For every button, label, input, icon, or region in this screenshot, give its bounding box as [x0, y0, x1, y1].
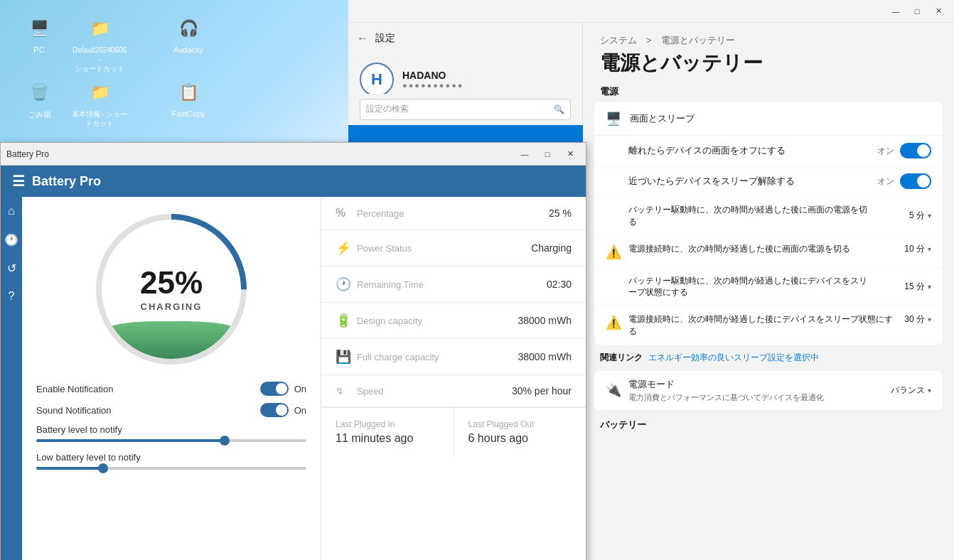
desktop-icon-fastcopy[interactable]: 📋 FastCopy	[164, 78, 213, 118]
settings-app-title: 設定	[375, 32, 395, 45]
battery-sleep-row[interactable]: バッテリー駆動時に、次の時間が経過した後にデバイスをスリープ状態にする 15 分…	[594, 268, 943, 307]
clock-icon: 🕐	[336, 276, 357, 292]
settings-breadcrumb: システム > 電源とバッテリー	[600, 34, 937, 47]
battery-level-slider-thumb[interactable]	[220, 436, 230, 446]
wake-toggle[interactable]	[900, 173, 931, 189]
enable-notification-toggle[interactable]	[260, 382, 289, 396]
back-button[interactable]: ←	[357, 32, 368, 45]
battery-sidebar: ⌂ 🕐 ↺ ? ⚙	[1, 197, 22, 560]
power-screen-off-label: 電源接続時に、次の時間が経過した後に画面の電源を切る	[628, 243, 897, 255]
battery-level-notify-label: Battery level to notify	[36, 424, 306, 435]
battery-level-slider-track[interactable]	[36, 439, 306, 442]
battery-pro-window-title: Battery Pro	[6, 149, 49, 159]
gauge-status-text: CHARGING	[140, 301, 203, 312]
screen-sleep-card: 🖥️ 画面とスリープ 離れたらデバイスの画面をオフにする オン 近づいたらデバイ…	[594, 102, 943, 345]
gauge-inner: 25% CHARGING	[102, 220, 241, 359]
desktop-icon-kihon[interactable]: 📁 基本情報 - ショートカット	[71, 78, 128, 128]
settings-minimize-btn[interactable]: —	[886, 4, 906, 18]
fastcopy-icon: 📋	[174, 78, 203, 107]
stat-design-capacity-value: 38000 mWh	[518, 315, 572, 326]
speed-icon: ↯	[336, 385, 357, 397]
low-battery-slider-thumb[interactable]	[98, 463, 108, 473]
power-mode-card[interactable]: 🔌 電源モード 電力消費とパフォーマンスに基づいてデバイスを最適化 バランス ▾	[594, 371, 943, 410]
last-plugged-in-cell: Last Plugged In 11 minutes ago	[321, 408, 454, 456]
power-status-icon: ⚡	[336, 240, 357, 256]
screen-off-toggle[interactable]	[900, 143, 931, 158]
power-mode-label: 電源モード	[628, 378, 884, 391]
stat-row-full-charge: 💾 Full charge capacity 38000 mWh	[321, 339, 586, 375]
power-mode-icon: 🔌	[606, 382, 621, 398]
related-link-row: 関連リンク エネルギー効率の良いスリープ設定を選択中	[583, 346, 954, 370]
desktop-icon-gomibako[interactable]: 🗑️ ごみ箱	[14, 78, 64, 120]
trash-icon: 🗑️	[25, 78, 53, 107]
chevron-down-icon-6: ▾	[928, 316, 931, 323]
sidebar-help-icon[interactable]: ?	[3, 288, 20, 305]
wake-row[interactable]: 近づいたらデバイスをスリープ解除する オン	[594, 166, 943, 197]
battery-right-panel: % Percentage 25 % ⚡ Power Status Chargin…	[321, 197, 586, 560]
power-screen-off-row[interactable]: ⚠️ 電源接続時に、次の時間が経過した後に画面の電源を切る 10 分 ▾	[594, 236, 943, 268]
last-plug-row: Last Plugged In 11 minutes ago Last Plug…	[321, 407, 586, 456]
settings-titlebar: — □ ✕	[348, 0, 954, 23]
full-charge-icon: 💾	[336, 349, 357, 365]
desktop-icon-kihon-label: 基本情報 - ショートカット	[71, 109, 128, 128]
audacity-icon: 🎧	[174, 14, 203, 43]
battery-gauge: 25% CHARGING	[93, 211, 250, 367]
battery-icon: 🔋	[336, 313, 357, 328]
stat-speed-label: Speed	[357, 386, 512, 397]
desktop-icon-gomibako-label: ごみ箱	[14, 109, 64, 120]
battery-close-btn[interactable]: ✕	[560, 147, 580, 161]
chevron-down-icon-3: ▾	[928, 212, 931, 220]
sidebar-clock-icon[interactable]: 🕐	[3, 231, 20, 248]
stat-row-speed: ↯ Speed 30% per hour	[321, 375, 586, 407]
stat-row-remaining-time: 🕐 Remaining Time 02:30	[321, 266, 586, 303]
stat-power-status-value: Charging	[531, 242, 572, 254]
battery-pro-body: ⌂ 🕐 ↺ ? ⚙ 25%	[1, 197, 586, 560]
settings-close-btn[interactable]: ✕	[928, 4, 948, 18]
battery-level-notify-slider-row: Battery level to notify	[36, 424, 306, 442]
settings-search-input-box[interactable]: 設定の検索 🔍	[360, 99, 571, 120]
enable-notification-value: On	[294, 384, 306, 394]
sidebar-history-icon[interactable]: ↺	[3, 259, 20, 276]
enable-notification-label: Enable Notification	[36, 384, 113, 394]
search-placeholder: 設定の検索	[366, 103, 409, 115]
battery-maximize-btn[interactable]: □	[537, 147, 557, 161]
sound-notification-toggle[interactable]	[260, 403, 289, 417]
last-plugged-in-value: 11 minutes ago	[336, 432, 439, 445]
stat-full-charge-value: 38000 mWh	[518, 351, 572, 362]
battery-pro-header-title: Battery Pro	[32, 174, 101, 189]
power-sleep-row[interactable]: ⚠️ 電源接続時に、次の時間が経過した後にデバイスをスリープ状態にする 30 分…	[594, 306, 943, 345]
warning-icon-2: ⚠️	[606, 315, 621, 330]
desktop-icon-pc[interactable]: 🖥️ PC	[14, 14, 64, 54]
desktop-icon-audacity[interactable]: 🎧 Audacity	[164, 14, 213, 54]
stat-remaining-time-label: Remaining Time	[357, 279, 547, 290]
stat-percentage-label: Percentage	[357, 208, 549, 219]
power-mode-sub: 電力消費とパフォーマンスに基づいてデバイスを最適化	[628, 392, 884, 403]
related-link-label: 関連リンク	[600, 352, 643, 364]
stat-full-charge-label: Full charge capacity	[357, 352, 518, 362]
menu-icon[interactable]: ☰	[12, 173, 25, 190]
monitor-icon: 🖥️	[606, 111, 621, 126]
battery-minimize-btn[interactable]: —	[515, 147, 535, 161]
settings-app: — □ ✕ ← 設定 H HADANO ●●●●●●●●●● 設定の検索 🔍	[348, 0, 954, 23]
last-plugged-in-title: Last Plugged In	[336, 419, 439, 429]
desktop-icon-fastcopy-label: FastCopy	[164, 109, 213, 118]
wake-label: 近づいたらデバイスをスリープ解除する	[628, 176, 795, 188]
low-battery-slider-fill	[36, 467, 104, 470]
battery-screen-off-row[interactable]: バッテリー駆動時に、次の時間が経過した後に画面の電源を切る 5 分 ▾	[594, 197, 943, 236]
low-battery-slider-track[interactable]	[36, 467, 306, 470]
low-battery-level-notify-slider-row: Low battery level to notify	[36, 452, 306, 470]
desktop-icon-default[interactable]: 📁 Default20240606 -ショートカット	[71, 14, 128, 73]
window-controls: — □ ✕	[515, 147, 580, 161]
stat-row-design-capacity: 🔋 Design capacity 38000 mWh	[321, 303, 586, 339]
sidebar-home-icon[interactable]: ⌂	[3, 203, 20, 220]
battery-pro-titlebar: Battery Pro — □ ✕	[1, 143, 586, 166]
screen-sleep-header[interactable]: 🖥️ 画面とスリープ	[594, 102, 943, 136]
stat-row-percentage: % Percentage 25 %	[321, 197, 586, 230]
settings-maximize-btn[interactable]: □	[907, 4, 927, 18]
screen-off-row[interactable]: 離れたらデバイスの画面をオフにする オン	[594, 136, 943, 166]
user-name: HADANO	[402, 70, 463, 81]
warning-icon-1: ⚠️	[606, 244, 621, 260]
related-link-text[interactable]: エネルギー効率の良いスリープ設定を選択中	[648, 352, 819, 364]
desktop-icon-audacity-label: Audacity	[164, 45, 213, 54]
battery-wave	[102, 321, 241, 359]
